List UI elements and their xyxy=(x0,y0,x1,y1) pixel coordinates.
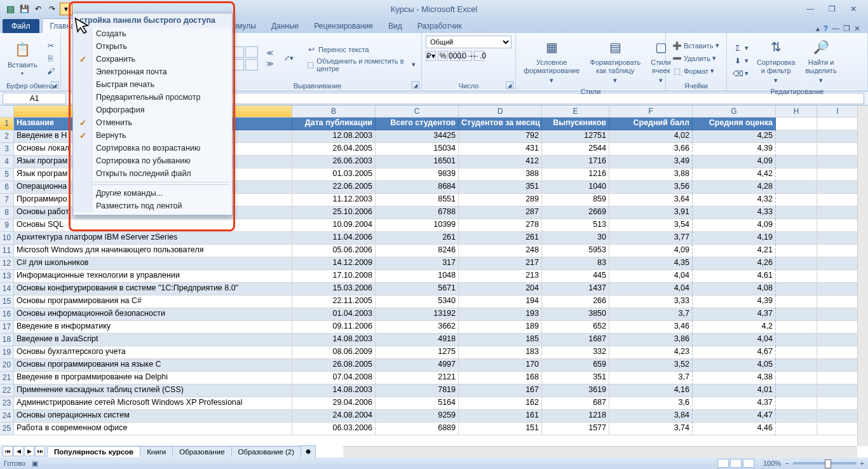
data-cell[interactable]: 3,77 xyxy=(609,232,693,245)
data-cell[interactable]: 1040 xyxy=(542,181,609,194)
qat-menu-item[interactable]: Отменить xyxy=(73,116,232,129)
row-header[interactable]: 20 xyxy=(0,359,14,372)
fill-button[interactable]: ⬇▾ xyxy=(731,55,750,67)
undo-icon[interactable]: ↶ xyxy=(32,3,44,15)
data-cell[interactable]: 3,84 xyxy=(609,410,693,423)
data-cell[interactable]: 4,39 xyxy=(693,143,776,156)
help-icon[interactable]: ? xyxy=(824,24,828,33)
row-header[interactable]: 4 xyxy=(0,156,14,168)
data-cell[interactable]: 4918 xyxy=(376,334,459,346)
data-cell[interactable]: 2121 xyxy=(376,372,459,384)
row-header[interactable]: 21 xyxy=(0,372,14,384)
data-cell[interactable]: Введение в программирование на Delphi xyxy=(14,372,292,384)
data-cell[interactable]: 30 xyxy=(542,232,609,245)
minimize-button[interactable]: — xyxy=(802,4,818,14)
delete-cells-button[interactable]: ➖Удалить ▾ xyxy=(670,53,721,64)
data-cell[interactable]: 261 xyxy=(376,232,459,245)
data-cell[interactable]: C# для школьников xyxy=(14,257,292,270)
data-cell[interactable]: 4,09 xyxy=(609,245,693,257)
qat-menu-item[interactable]: Электронная почта xyxy=(73,65,232,78)
qat-menu-item[interactable]: Орфография xyxy=(73,104,232,116)
data-cell[interactable]: 13192 xyxy=(376,308,459,321)
data-cell[interactable]: 4,2 xyxy=(693,321,776,334)
row-header[interactable]: 16 xyxy=(0,308,14,321)
data-cell[interactable]: 4,16 xyxy=(609,384,693,397)
row-header[interactable]: 3 xyxy=(0,143,14,156)
number-format-combo[interactable]: Общий xyxy=(426,36,512,48)
name-box[interactable]: A1 xyxy=(3,93,66,104)
data-cell[interactable]: 3,6 xyxy=(609,397,693,410)
data-cell[interactable]: 7819 xyxy=(376,384,459,397)
row-header[interactable]: 9 xyxy=(0,219,14,232)
data-cell[interactable]: 9839 xyxy=(376,168,459,181)
data-cell[interactable]: 161 xyxy=(459,410,542,423)
redo-icon[interactable]: ↷ xyxy=(46,3,58,15)
data-cell[interactable]: Основы бухгалтерского учета xyxy=(14,346,292,359)
data-cell[interactable]: 4,04 xyxy=(609,283,693,296)
inc-decimal-icon[interactable]: .0→ xyxy=(462,51,472,61)
data-cell[interactable]: Информационные технологии в управлении xyxy=(14,270,292,283)
data-cell[interactable]: 14.08.2003 xyxy=(292,334,376,346)
data-cell[interactable]: 193 xyxy=(459,308,542,321)
data-cell[interactable]: Работа в современном офисе xyxy=(14,423,292,435)
doc-close-icon[interactable]: ✕ xyxy=(854,24,860,33)
data-cell[interactable]: 4,04 xyxy=(609,270,693,283)
data-cell[interactable]: 792 xyxy=(459,130,542,143)
data-cell[interactable]: 162 xyxy=(459,397,542,410)
data-cell[interactable]: 6788 xyxy=(376,207,459,219)
qat-below-ribbon[interactable]: Разместить под лентой xyxy=(73,200,232,212)
data-cell[interactable]: 4,32 xyxy=(693,194,776,207)
qat-menu-item[interactable]: Вернуть xyxy=(73,129,232,142)
data-cell[interactable]: 3,64 xyxy=(609,194,693,207)
data-cell[interactable]: 16501 xyxy=(376,156,459,168)
data-cell[interactable]: 26.06.2003 xyxy=(292,156,376,168)
data-cell[interactable]: 4,23 xyxy=(609,346,693,359)
qat-menu-item[interactable]: Сортировка по убыванию xyxy=(73,154,232,167)
data-cell[interactable]: 3,52 xyxy=(609,359,693,372)
ribbon-minimize-icon[interactable]: ▴ xyxy=(816,24,820,33)
sheet-tab[interactable]: Популярность курсов xyxy=(47,446,140,457)
data-cell[interactable]: 3,49 xyxy=(609,156,693,168)
data-cell[interactable]: 859 xyxy=(542,194,609,207)
data-cell[interactable]: Применение каскадных таблиц стилей (CSS) xyxy=(14,384,292,397)
qat-menu-item[interactable]: Сохранить xyxy=(73,53,232,65)
view-normal-button[interactable] xyxy=(717,459,729,468)
row-header[interactable]: 18 xyxy=(0,334,14,346)
data-cell[interactable]: 4,28 xyxy=(693,181,776,194)
data-cell[interactable]: 351 xyxy=(459,181,542,194)
row-header[interactable]: 2 xyxy=(0,130,14,143)
data-cell[interactable]: 4,08 xyxy=(693,283,776,296)
tab-view[interactable]: Вид xyxy=(381,19,410,33)
sheet-nav-prev[interactable]: ◀ xyxy=(13,446,24,456)
data-cell[interactable]: 278 xyxy=(459,219,542,232)
data-cell[interactable]: 317 xyxy=(376,257,459,270)
column-header[interactable]: F xyxy=(609,105,693,118)
horizontal-scrollbar[interactable] xyxy=(343,446,857,458)
header-cell[interactable]: Всего студентов xyxy=(376,118,459,130)
row-header[interactable]: 22 xyxy=(0,384,14,397)
data-cell[interactable]: Основы SQL xyxy=(14,219,292,232)
merge-center-button[interactable]: ⬚Объединить и поместить в центре ▾ xyxy=(304,57,417,73)
row-header[interactable]: 13 xyxy=(0,270,14,283)
data-cell[interactable]: 15.03.2006 xyxy=(292,283,376,296)
qat-menu-item[interactable]: Предварительный просмотр xyxy=(73,91,232,104)
row-header[interactable]: 1 xyxy=(0,118,14,130)
row-header[interactable]: 5 xyxy=(0,168,14,181)
data-cell[interactable]: 07.04.2008 xyxy=(292,372,376,384)
data-cell[interactable]: 4,35 xyxy=(609,257,693,270)
qat-menu-item[interactable]: Открыть xyxy=(73,40,232,53)
data-cell[interactable]: 4,39 xyxy=(693,296,776,308)
data-cell[interactable]: 06.03.2006 xyxy=(292,423,376,435)
copy-button[interactable]: ⎘ xyxy=(44,53,58,64)
column-header[interactable]: E xyxy=(542,105,609,118)
data-cell[interactable]: 248 xyxy=(459,245,542,257)
data-cell[interactable]: 4,33 xyxy=(693,207,776,219)
data-cell[interactable]: 4,42 xyxy=(693,168,776,181)
data-cell[interactable]: 11.12.2003 xyxy=(292,194,376,207)
data-cell[interactable]: 1218 xyxy=(542,410,609,423)
format-painter-button[interactable]: 🖌 xyxy=(44,65,58,77)
data-cell[interactable]: 217 xyxy=(459,257,542,270)
vertical-scrollbar[interactable] xyxy=(857,105,868,446)
sort-filter-button[interactable]: ⇅Сортировка и фильтр▾ xyxy=(753,36,799,86)
autosum-button[interactable]: Σ▾ xyxy=(731,43,750,54)
